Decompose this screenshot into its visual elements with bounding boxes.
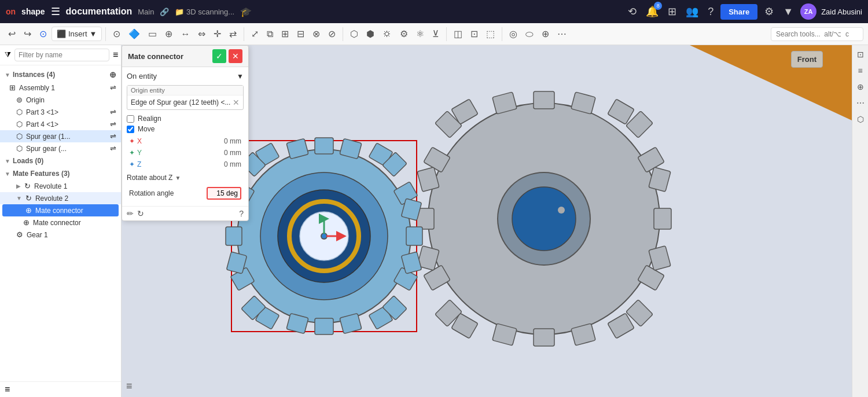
toolbar-undo[interactable]: ↩ [5,26,19,42]
spurgear2-icon: ⬡ [16,144,23,153]
tree-area: ▼ Instances (4) ⊕ ⊞ Assembly 1 ⇌ ⊚ Origi… [0,65,121,381]
toolbar-btn-7[interactable]: ✛ [210,26,225,42]
mate-features-chevron: ▼ [5,171,10,177]
toolbar-sep-2 [244,27,244,41]
right-panel-btn-1[interactable]: ⊡ [854,47,867,61]
viewport-list-icon[interactable]: ≡ [126,380,133,392]
origin-entity-section: Origin entity Edge of Spur gear (12 teet… [127,85,244,110]
toolbar-btn-11[interactable]: ⊞ [278,26,292,42]
toolbar-sep-4 [446,27,447,41]
filter-input[interactable] [14,49,109,61]
toolbar-redo[interactable]: ↪ [20,26,35,42]
toolbar-btn-9[interactable]: ⤢ [248,26,262,42]
tree-item-gear1[interactable]: ⚙ Gear 1 [0,229,121,241]
on-entity-dropdown[interactable]: ▼ [237,72,244,80]
topbar-main-link[interactable]: Main [138,8,154,16]
instances-section[interactable]: ▼ Instances (4) ⊕ [0,68,121,82]
right-panel-btn-4[interactable]: ⋯ [854,96,867,110]
toolbar-btn-25[interactable]: ⬭ [522,27,537,42]
toolbar-btn-13[interactable]: ⊗ [309,26,323,42]
insert-dropdown-icon: ▼ [90,30,97,38]
svg-rect-33 [406,227,422,245]
right-panel-btn-2[interactable]: ≡ [854,64,867,78]
toolbar-btn-21[interactable]: ◫ [450,26,466,42]
part4-mate-icon: ⇌ [110,120,116,128]
origin-entity-close-btn[interactable]: ✕ [233,98,240,107]
tree-item-spurgear1[interactable]: ⬡ Spur gear (1... ⇌ [0,130,121,142]
topbar-icon-dropdown[interactable]: ▼ [781,3,796,20]
toolbar-btn-14[interactable]: ⊘ [325,26,339,42]
avatar[interactable]: ZA [800,3,816,20]
topbar-3d-link[interactable]: 📁 3D scanning... [175,8,234,16]
toolbar-select[interactable]: ⊙ [36,26,50,42]
topbar-graduation-icon[interactable]: 🎓 [240,6,252,17]
toolbar-btn-24[interactable]: ◎ [506,26,521,42]
toolbar-btn-18[interactable]: ⚙ [396,26,411,42]
topbar-icon-grid[interactable]: ⊞ [665,3,679,20]
mate-panel-cancel-button[interactable]: ✕ [229,49,242,63]
tree-item-origin[interactable]: ⊚ Origin [0,94,121,106]
toolbar-btn-5[interactable]: ↔ [177,27,193,42]
toolbar-btn-12[interactable]: ⊟ [293,26,308,42]
toolbar-btn-10[interactable]: ⧉ [263,27,277,42]
rotate-icon[interactable]: ↻ [137,209,144,218]
x-axis-label: ✦ X [129,137,142,145]
toolbar-btn-1[interactable]: ⊙ [109,26,124,42]
rotate-dropdown[interactable]: Rotate about Z ▼ [127,174,181,182]
tree-item-revolute2[interactable]: ▼ ↻ Revolute 2 [0,192,121,204]
view-cube[interactable]: Front [791,51,823,68]
rotation-angle-input[interactable] [207,187,241,200]
move-checkbox[interactable] [127,126,134,133]
mate-panel-ok-button[interactable]: ✓ [212,49,226,63]
x-icon: ✦ [129,137,135,145]
toolbar-btn-19[interactable]: ⚛ [413,26,428,42]
topbar-icon-notification[interactable]: 🔔 8 [643,3,661,20]
tree-item-mate-connector-active[interactable]: ⊕ Mate connector [2,204,119,216]
part3-mate-icon: ⇌ [110,108,116,116]
toolbar-btn-17[interactable]: ⛭ [379,27,395,42]
mate-panel-body: On entity ▼ Origin entity Edge of Spur g… [122,67,248,206]
search-tools-input[interactable] [771,27,863,41]
toolbar-btn-3[interactable]: ▭ [145,26,160,42]
tree-item-mate-connector2[interactable]: ⊕ Mate connector [0,216,121,229]
topbar-hamburger[interactable]: ☰ [51,5,60,18]
tree-item-part3[interactable]: ⬡ Part 3 <1> ⇌ [0,106,121,118]
toolbar-btn-4[interactable]: ⊕ [161,26,176,42]
topbar-title: documentation [66,6,133,17]
topbar-icon-history[interactable]: ⟲ [626,3,639,20]
left-panel-bottom: ≡ [0,381,121,397]
right-panel-btn-3[interactable]: ⊕ [854,80,867,94]
tree-item-revolute1[interactable]: ▶ ↻ Revolute 1 [0,180,121,192]
toolbar-btn-6[interactable]: ⇔ [194,26,209,42]
toolbar-btn-16[interactable]: ⬢ [363,26,378,42]
svg-point-27 [512,187,576,251]
toolbar-btn-15[interactable]: ⬡ [347,26,362,42]
realign-checkbox[interactable] [127,115,134,123]
tree-item-assembly[interactable]: ⊞ Assembly 1 ⇌ [0,82,121,94]
topbar-username: Zaid Abusini [821,8,862,16]
tree-item-spurgear2[interactable]: ⬡ Spur gear (... ⇌ [0,142,121,155]
toolbar-btn-2[interactable]: 🔷 [125,26,144,42]
revolute2-chevron: ▼ [16,195,22,201]
on-entity-label: On entity [127,72,157,80]
pencil-icon[interactable]: ✏ [127,209,134,218]
toolbar-btn-22[interactable]: ⊡ [467,26,481,42]
toolbar-btn-8[interactable]: ⇄ [226,26,240,42]
toolbar-btn-20[interactable]: ⊻ [429,26,443,42]
list-icon[interactable]: ≡ [5,384,10,394]
topbar-icon-help[interactable]: ? [705,3,716,20]
topbar-icon-users[interactable]: 👥 [683,3,701,20]
toolbar-btn-27[interactable]: ⋯ [554,26,570,42]
toolbar-btn-26[interactable]: ⊕ [538,26,553,42]
y-axis-label: ✦ Y [129,149,142,157]
list-view-icon[interactable]: ≡ [113,50,118,60]
mate-features-section[interactable]: ▼ Mate Features (3) [0,167,121,180]
toolbar-btn-23[interactable]: ⬚ [483,26,498,42]
help-icon[interactable]: ? [239,209,244,218]
insert-button[interactable]: ⬛ Insert ▼ [52,27,102,41]
right-panel-btn-5[interactable]: ⬡ [854,112,867,126]
topbar-icon-settings[interactable]: ⚙ [762,3,776,20]
tree-item-part4[interactable]: ⬡ Part 4 <1> ⇌ [0,118,121,130]
share-button[interactable]: Share [720,4,757,20]
loads-section[interactable]: ▼ Loads (0) [0,155,121,167]
